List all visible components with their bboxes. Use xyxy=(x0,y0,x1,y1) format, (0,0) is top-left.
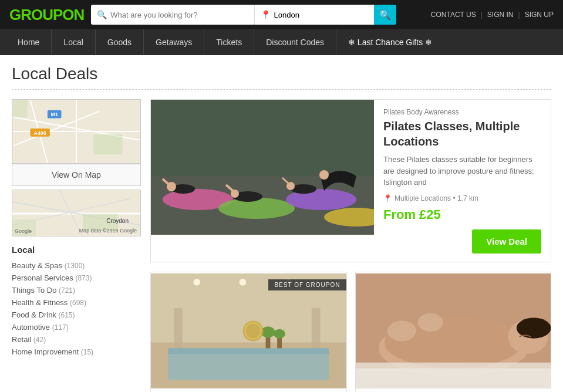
search-where-container: 📍 xyxy=(254,5,375,25)
nav-bar: Home Local Goods Getaways Tickets Discou… xyxy=(0,29,563,55)
category-beauty-spas[interactable]: Beauty & Spas (1300) xyxy=(12,259,141,272)
category-health-fitness[interactable]: Health & Fitness (698) xyxy=(12,296,141,309)
svg-rect-41 xyxy=(168,348,329,354)
featured-deal-image[interactable] xyxy=(151,100,374,235)
category-retail[interactable]: Retail (42) xyxy=(12,333,141,346)
svg-point-23 xyxy=(218,198,295,219)
nav-local[interactable]: Local xyxy=(52,29,95,55)
nav-discount-codes[interactable]: Discount Codes xyxy=(254,29,336,55)
search-where-input[interactable] xyxy=(274,11,369,19)
svg-point-45 xyxy=(274,329,285,339)
spa-deal-title: Luxury Spa Day with Pool xyxy=(151,390,346,393)
map-data-label: Map data ©2016 Google xyxy=(79,228,137,234)
map-thumbnail-2: Croydon Google Map data ©2016 Google xyxy=(12,190,141,236)
featured-deal: Pilates Body Awareness Pilates Classes, … xyxy=(150,99,551,262)
category-automotive[interactable]: Automotive (117) xyxy=(12,321,141,333)
svg-point-48 xyxy=(193,279,200,286)
google-map-label: Google xyxy=(15,228,32,234)
map-thumbnail-1: M1 A406 xyxy=(12,99,141,164)
massage-deal-image xyxy=(356,272,551,390)
svg-point-49 xyxy=(240,279,247,286)
category-food-drink[interactable]: Food & Drink (615) xyxy=(12,309,141,321)
nav-home[interactable]: Home xyxy=(6,29,52,55)
category-home-improvement[interactable]: Home Improvement (15) xyxy=(12,346,141,358)
featured-deal-price: From £25 xyxy=(383,207,541,222)
svg-rect-39 xyxy=(312,307,321,353)
groupon-logo: GROUPON xyxy=(9,6,84,24)
search-button[interactable]: 🔍 xyxy=(374,5,396,25)
category-personal-services[interactable]: Personal Services (873) xyxy=(12,272,141,284)
category-list: Beauty & Spas (1300) Personal Services (… xyxy=(12,259,141,358)
nav-getaways[interactable]: Getaways xyxy=(144,29,204,55)
view-deal-button[interactable]: View Deal xyxy=(472,229,541,254)
featured-deal-title: Pilates Classes, Multiple Locations xyxy=(383,119,541,149)
featured-deal-category: Pilates Body Awareness xyxy=(383,108,541,116)
top-bar: GROUPON 🔍 📍 🔍 CONTACT US | SIGN IN | SIG… xyxy=(0,0,563,29)
category-things-to-do[interactable]: Things To Do (721) xyxy=(12,284,141,296)
contact-us-link[interactable]: CONTACT US xyxy=(431,11,476,19)
nav-tickets[interactable]: Tickets xyxy=(204,29,254,55)
sign-in-link[interactable]: SIGN IN xyxy=(487,11,514,19)
spa-deal-image: BEST OF GROUPON xyxy=(151,272,346,390)
svg-rect-12 xyxy=(13,100,28,117)
croydon-map-label: Croydon xyxy=(106,218,129,224)
content-divider xyxy=(12,89,551,90)
layout: M1 A406 View On Map xyxy=(12,99,551,392)
deal-card-massage[interactable]: 45-Minute Full Body Massage xyxy=(355,272,552,393)
location-pin-icon: 📍 xyxy=(261,10,271,19)
svg-point-35 xyxy=(319,170,329,180)
deals-area: Pilates Body Awareness Pilates Classes, … xyxy=(150,99,551,392)
deal-cards-row: BEST OF GROUPON Luxury Spa Day with Pool xyxy=(150,272,551,393)
nav-last-chance-gifts[interactable]: ❄ Last Chance Gifts ❄ xyxy=(336,29,444,55)
sidebar: M1 A406 View On Map xyxy=(12,99,141,392)
svg-point-57 xyxy=(387,320,416,341)
svg-rect-60 xyxy=(356,368,551,388)
nav-goods[interactable]: Goods xyxy=(96,29,144,55)
svg-point-46 xyxy=(242,320,263,341)
massage-deal-title: 45-Minute Full Body Massage xyxy=(356,390,551,393)
view-on-map-button[interactable]: View On Map xyxy=(12,164,141,186)
svg-text:A406: A406 xyxy=(34,130,46,136)
search-form: 🔍 📍 🔍 xyxy=(91,5,396,25)
featured-deal-location: 📍 Multiple Locations • 1.7 km xyxy=(383,194,541,202)
top-right-links: CONTACT US | SIGN IN | SIGN UP xyxy=(431,11,554,19)
sign-up-link[interactable]: SIGN UP xyxy=(525,11,554,19)
search-magnifier-icon: 🔍 xyxy=(97,10,107,19)
page-title: Local Deals xyxy=(12,65,551,83)
svg-rect-38 xyxy=(174,307,183,353)
divider1: | xyxy=(481,11,483,19)
search-what-container: 🔍 xyxy=(91,5,254,25)
sidebar-section-title: Local xyxy=(12,245,141,255)
main-content: Local Deals M1 xyxy=(0,55,563,392)
deal-card-spa[interactable]: BEST OF GROUPON Luxury Spa Day with Pool xyxy=(150,272,347,393)
location-icon2: 📍 xyxy=(383,194,392,202)
divider2: | xyxy=(518,11,520,19)
svg-text:M1: M1 xyxy=(51,111,58,117)
featured-deal-description: These Pilates classes suitable for begin… xyxy=(383,154,541,188)
svg-point-58 xyxy=(417,313,443,331)
best-of-groupon-badge: BEST OF GROUPON xyxy=(268,279,346,290)
featured-deal-info: Pilates Body Awareness Pilates Classes, … xyxy=(374,100,551,262)
search-what-input[interactable] xyxy=(110,11,248,19)
svg-rect-11 xyxy=(93,134,122,154)
